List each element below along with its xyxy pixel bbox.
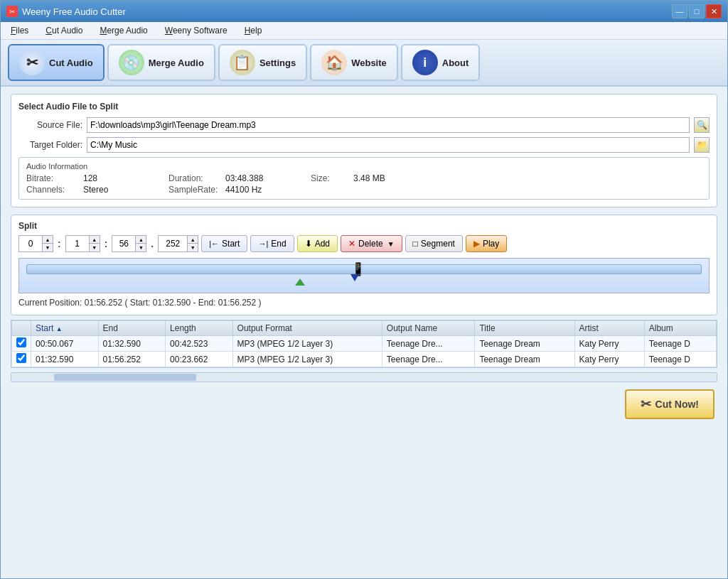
- cut-audio-label: Cut Audio: [49, 58, 93, 68]
- col-artist[interactable]: Artist: [574, 321, 644, 336]
- bitrate-label: Bitrate:: [26, 173, 83, 183]
- row2-artist: Katy Perry: [574, 352, 644, 367]
- col-output-name[interactable]: Output Name: [382, 321, 475, 336]
- hours-input[interactable]: [19, 236, 42, 251]
- row2-start: 01:32.590: [31, 352, 99, 367]
- add-icon: ⬇: [305, 239, 312, 249]
- duration-value: 03:48.388: [225, 173, 311, 183]
- close-button[interactable]: ✕: [706, 4, 722, 18]
- col-end[interactable]: End: [98, 321, 166, 336]
- ms-spinbox: ▲ ▼: [158, 235, 198, 252]
- col-length[interactable]: Length: [166, 321, 233, 336]
- toolbar-website[interactable]: 🏠 Website: [310, 44, 398, 81]
- col-album[interactable]: Album: [644, 321, 716, 336]
- table-body: 00:50.067 01:32.590 00:42.523 MP3 (MPEG …: [12, 336, 717, 367]
- col-checkbox: [12, 321, 31, 336]
- seconds-up[interactable]: ▲: [136, 236, 146, 244]
- row1-checkbox-cell: [12, 336, 31, 352]
- settings-label: Settings: [259, 58, 296, 68]
- audio-info-box: Audio Information Bitrate: 128 Duration:…: [18, 157, 710, 200]
- channels-label: Channels:: [26, 185, 83, 195]
- seconds-input[interactable]: [112, 236, 135, 251]
- minimize-button[interactable]: —: [672, 4, 687, 18]
- segment-button[interactable]: □ Segment: [405, 235, 463, 252]
- play-button[interactable]: ▶ Play: [466, 235, 507, 252]
- duration-label: Duration:: [168, 173, 225, 183]
- row1-end: 01:32.590: [98, 336, 166, 352]
- end-marker[interactable]: [350, 274, 359, 281]
- add-label: Add: [315, 239, 330, 249]
- col-format[interactable]: Output Format: [232, 321, 382, 336]
- menu-cut-audio[interactable]: Cut Audio: [41, 24, 87, 37]
- table-header-row: Start ▲ End Length Output Format Output …: [12, 321, 717, 336]
- select-panel-title: Select Audio File to Split: [18, 102, 710, 112]
- col-title[interactable]: Title: [475, 321, 574, 336]
- source-browse-button[interactable]: 🔍: [694, 117, 710, 133]
- target-folder-input[interactable]: [87, 137, 690, 153]
- minutes-input[interactable]: [66, 236, 89, 251]
- menu-files[interactable]: Files: [6, 24, 33, 37]
- row1-length: 00:42.523: [166, 336, 233, 352]
- timeline[interactable]: 📱: [18, 258, 710, 293]
- ms-up[interactable]: ▲: [188, 236, 198, 244]
- start-marker[interactable]: [295, 278, 305, 286]
- row1-artist: Katy Perry: [574, 336, 644, 352]
- row1-album: Teenage D: [644, 336, 716, 352]
- menu-weeny-software[interactable]: Weeny Software: [161, 24, 232, 37]
- minutes-down[interactable]: ▼: [90, 244, 100, 251]
- row2-end: 01:56.252: [98, 352, 166, 367]
- play-icon: ▶: [473, 239, 480, 249]
- position-text: Current Position: 01:56.252 ( Start: 01:…: [18, 296, 710, 309]
- end-button[interactable]: →| End: [250, 235, 294, 252]
- delete-label: Delete: [358, 239, 383, 249]
- main-content: Select Audio File to Split Source File: …: [1, 87, 727, 578]
- menu-help[interactable]: Help: [240, 24, 267, 37]
- hours-up[interactable]: ▲: [43, 236, 53, 244]
- split-controls: ▲ ▼ : ▲ ▼ : ▲ ▼: [18, 235, 710, 252]
- menu-merge-audio[interactable]: Merge Audio: [95, 24, 151, 37]
- horizontal-scrollbar[interactable]: [11, 372, 717, 382]
- target-browse-button[interactable]: 📁: [694, 137, 710, 153]
- website-label: Website: [351, 58, 387, 68]
- seconds-down[interactable]: ▼: [136, 244, 146, 251]
- ms-down[interactable]: ▼: [188, 244, 198, 251]
- delete-button[interactable]: ✕ Delete ▼: [341, 235, 402, 252]
- colon-sep-2: :: [103, 238, 109, 249]
- add-button[interactable]: ⬇ Add: [297, 235, 338, 252]
- toolbar-about[interactable]: i About: [401, 44, 481, 81]
- row1-checkbox[interactable]: [16, 337, 26, 347]
- maximize-button[interactable]: □: [689, 4, 705, 18]
- scrollbar-thumb[interactable]: [54, 374, 196, 381]
- samplerate-value: 44100 Hz: [225, 185, 311, 195]
- toolbar: ✂ Cut Audio 💿 Merge Audio 📋 Settings 🏠 W…: [1, 40, 727, 87]
- end-icon: →|: [258, 239, 268, 248]
- toolbar-settings[interactable]: 📋 Settings: [218, 44, 307, 81]
- minutes-spinbox: ▲ ▼: [65, 235, 100, 252]
- cut-now-button[interactable]: ✂ Cut Now!: [625, 389, 714, 419]
- title-bar: ✂ Weeny Free Audio Cutter — □ ✕: [1, 1, 727, 22]
- row2-album: Teenage D: [644, 352, 716, 367]
- table-row: 01:32.590 01:56.252 00:23.662 MP3 (MPEG …: [12, 352, 717, 367]
- seconds-spinbox: ▲ ▼: [112, 235, 146, 252]
- play-label: Play: [483, 239, 499, 249]
- source-file-input[interactable]: [87, 117, 690, 133]
- website-icon: 🏠: [321, 50, 347, 75]
- toolbar-merge-audio[interactable]: 💿 Merge Audio: [107, 44, 215, 81]
- row2-format: MP3 (MPEG 1/2 Layer 3): [232, 352, 382, 367]
- scissors-icon: ✂: [19, 50, 45, 75]
- minutes-up[interactable]: ▲: [90, 236, 100, 244]
- segment-label: Segment: [421, 239, 455, 249]
- dot-sep: .: [149, 238, 155, 249]
- start-button[interactable]: |← Start: [201, 235, 247, 252]
- hours-down[interactable]: ▼: [43, 244, 53, 251]
- segment-icon: □: [413, 239, 418, 249]
- row2-length: 00:23.662: [166, 352, 233, 367]
- row1-output-name: Teenage Dre...: [382, 336, 475, 352]
- ms-input[interactable]: [159, 236, 187, 251]
- toolbar-cut-audio[interactable]: ✂ Cut Audio: [8, 44, 105, 81]
- select-audio-panel: Select Audio File to Split Source File: …: [11, 94, 717, 207]
- col-start[interactable]: Start ▲: [31, 321, 99, 336]
- row2-checkbox[interactable]: [16, 353, 26, 363]
- colon-sep-1: :: [56, 238, 63, 249]
- app-icon: ✂: [6, 6, 18, 17]
